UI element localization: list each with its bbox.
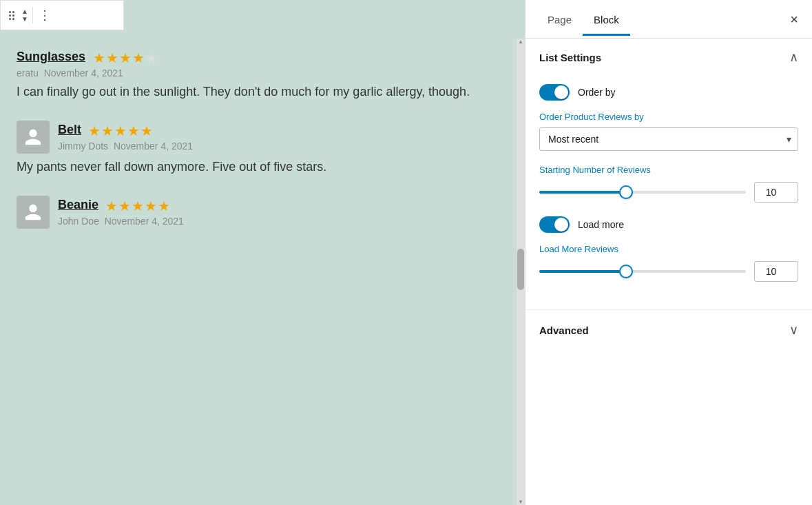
avatar [17,121,50,154]
toolbar-divider [32,7,33,23]
slider-thumb[interactable] [619,185,633,199]
order-product-label: Order Product Reviews by [539,112,798,122]
advanced-title: Advanced [539,324,589,336]
avatar [17,196,50,229]
user-icon [23,203,43,222]
list-item: Beanie ★ ★ ★ ★ ★ John Doe November 4, 20… [17,196,508,229]
load-more-slider[interactable] [539,263,746,280]
settings-panel: List Settings ∧ Order by Order Product R… [525,39,812,505]
close-button[interactable]: × [787,10,801,29]
reviews-content: Sunglasses ★ ★ ★ ★ ★ eratu November 4, 2… [0,39,525,505]
starting-number-input[interactable] [754,182,798,203]
advanced-section-header[interactable]: Advanced ∨ [525,310,812,350]
starting-number-slider[interactable] [539,184,746,200]
slider-fill [539,191,626,194]
review-author-date: John Doe November 4, 2021 [58,216,184,227]
tabs: Page Block [537,3,787,35]
content-panel: ▲ ▼ ⋮ ▲ ▼ Sunglasses ★ ★ ★ ★ [0,0,525,505]
block-options-button[interactable]: ⋮ [36,8,54,23]
review-header: Beanie ★ ★ ★ ★ ★ John Doe November 4, 20… [17,196,508,229]
review-stars: ★ ★ ★ ★ ★ [93,50,158,66]
tab-bar: Page Block × [525,0,812,39]
review-body: I can finally go out in the sunlight. Th… [17,83,508,101]
load-more-toggle[interactable] [539,216,570,233]
list-item: Belt ★ ★ ★ ★ ★ Jimmy Dots November 4, 20… [17,121,508,176]
move-arrows[interactable]: ▲ ▼ [20,6,30,24]
slider-track [539,270,746,273]
tab-page[interactable]: Page [537,3,583,36]
drag-handle[interactable] [6,8,17,23]
slider-thumb[interactable] [619,265,633,278]
review-header: Sunglasses ★ ★ ★ ★ ★ eratu November 4, 2… [17,50,508,79]
expand-icon: ∨ [789,322,798,338]
review-body: My pants never fall down anymore. Five o… [17,158,508,176]
load-more-label: Load more [578,219,624,230]
load-more-input[interactable] [754,261,798,282]
review-product-name[interactable]: Beanie [58,198,98,212]
load-more-reviews-label: Load More Reviews [539,244,798,254]
toggle-knob [554,218,568,231]
slider-track [539,191,746,194]
collapse-icon: ∧ [789,50,798,65]
review-stars: ★ ★ ★ ★ ★ [88,123,153,139]
user-icon [23,127,43,147]
advanced-section: Advanced ∨ [525,310,812,350]
right-panel: Page Block × List Settings ∧ Order by [525,0,812,505]
list-settings-header[interactable]: List Settings ∧ [525,39,812,76]
list-settings-body: Order by Order Product Reviews by Most r… [525,76,812,309]
slider-fill [539,270,626,273]
tab-block[interactable]: Block [583,3,630,36]
list-settings-section: List Settings ∧ Order by Order Product R… [525,39,812,310]
list-settings-title: List Settings [539,52,601,63]
list-item: Sunglasses ★ ★ ★ ★ ★ eratu November 4, 2… [17,50,508,101]
load-more-row: Load more [539,216,798,233]
order-by-toggle[interactable] [539,84,570,101]
review-header: Belt ★ ★ ★ ★ ★ Jimmy Dots November 4, 20… [17,121,508,154]
order-by-label: Order by [578,87,615,98]
review-author-date: Jimmy Dots November 4, 2021 [58,141,193,152]
starting-number-label: Starting Number of Reviews [539,165,798,175]
load-more-slider-row [539,261,798,282]
review-product-name[interactable]: Sunglasses [17,50,85,63]
order-select[interactable]: Most recent Oldest Highest rating Lowest… [539,127,798,151]
order-select-wrapper: Most recent Oldest Highest rating Lowest… [539,127,798,151]
review-author-date: eratu November 4, 2021 [17,68,158,79]
block-toolbar: ▲ ▼ ⋮ [0,0,124,30]
review-product-name[interactable]: Belt [58,123,81,136]
review-stars: ★ ★ ★ ★ ★ [105,198,170,214]
toggle-knob [554,85,568,99]
starting-number-slider-row [539,182,798,203]
order-by-row: Order by [539,84,798,101]
